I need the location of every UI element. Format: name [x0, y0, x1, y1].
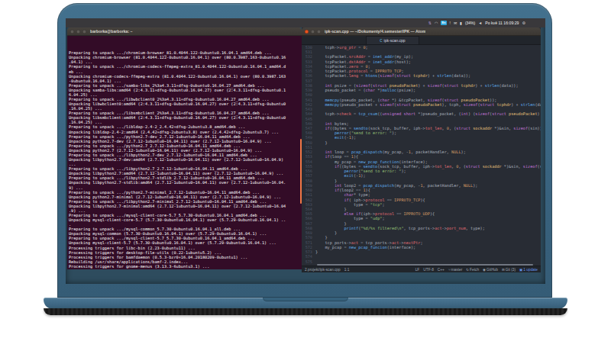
code-text: tcpPacket.leng = htons(sizeof(struct tcp…	[315, 73, 470, 78]
atom-titlebar[interactable]: ipk-scan.cpp — ~/Dokumenty/4.semester/IP…	[302, 27, 541, 36]
github-fetch-button-label: Fetch	[470, 268, 479, 272]
update-available-badge[interactable]: ▣1 update	[519, 268, 538, 272]
battery-label[interactable]: (34%)	[465, 21, 475, 25]
system-tray: ⇅◠En!✉▮(34%)◄Po kvě 11 16:09:29⚙	[428, 21, 525, 25]
github-button[interactable]: ◉GitHub	[483, 268, 498, 272]
github-button-label: GitHub	[487, 268, 498, 272]
code-text: my_pcap = new_pcap_funcion(interface);	[315, 245, 415, 250]
code-text: }	[315, 140, 328, 145]
terminal-output-line: Unpacking chromium-browser (81.0.4044.12…	[69, 55, 302, 60]
file-path-indicator[interactable]: 2.projekt/ipk-scan.cpp	[305, 268, 341, 272]
line-ending-indicator-label: LF	[415, 268, 420, 272]
cursor-position-indicator[interactable]: 1:1	[344, 268, 350, 272]
terminal-output-line: Preparing to unpack .../chromium-codecs-…	[69, 64, 302, 69]
minimize-icon[interactable]	[311, 30, 315, 34]
network-updown-icon[interactable]: ⇅	[428, 21, 432, 25]
minimize-icon[interactable]	[76, 30, 80, 34]
laptop-bottom-edge	[44, 308, 567, 315]
line-number: 575	[302, 259, 315, 264]
terminal-window: barborka@barborka: ~ Preparing to unpack…	[67, 27, 302, 270]
keyboard-layout-icon[interactable]: En	[441, 21, 446, 25]
terminal-output-line: Unpacking libpython2.7-dev:amd64 (2.7.12…	[69, 157, 302, 162]
laptop-mockup-scene: ⇅◠En!✉▮(34%)◄Po kvě 11 16:09:29⚙ barbork…	[0, 0, 611, 364]
mail-icon[interactable]: ✉	[454, 21, 457, 25]
terminal-output-line: Unpacking samba-libs:amd64 (2:4.3.11+dfs…	[69, 88, 302, 92]
laptop-thumb-notch	[263, 298, 348, 301]
atom-editor-window: ipk-scan.cpp — ~/Dokumenty/4.semester/IP…	[302, 27, 541, 272]
terminal-output-line: Unpacking python2.7-minimal (2.7.12-1ubu…	[69, 195, 302, 199]
terminal-output-line: Unpacking mysql-client-core-5.7 (5.7.30-…	[69, 217, 302, 222]
git-changes-indicator-icon: ⊞	[502, 268, 505, 272]
git-changes-indicator-label: Git (3)	[506, 268, 516, 272]
encoding-indicator-label: UTF-8	[423, 268, 434, 272]
terminal-output-line: Unpacking mysql-client-5.7 (5.7.30-0ubun…	[69, 240, 302, 245]
update-available-badge-label: 1 update	[523, 268, 538, 272]
terminal-title: barborka@barborka: ~	[90, 29, 133, 34]
terminal-output-line: Unpacking python2.7-dev (2.7.12-1ubuntu0…	[69, 139, 302, 143]
atom-title: ipk-scan.cpp — ~/Dokumenty/4.semester/IP…	[325, 29, 425, 34]
tab-label: ipk-scan.cpp	[384, 38, 406, 43]
cpp-file-icon: C	[380, 39, 382, 43]
maximize-icon[interactable]	[317, 30, 321, 34]
git-branch-indicator-icon: ⑂	[448, 268, 451, 272]
line-ending-indicator[interactable]: LF	[415, 268, 420, 272]
battery-icon[interactable]: ▮	[460, 21, 462, 25]
laptop-base	[44, 298, 567, 309]
code-line[interactable]: 544 tcph->check = tcp_csum((unsigned sho…	[302, 111, 541, 116]
code-text: printf("%d/%s filtered\n", tcp_ports->ac…	[315, 226, 485, 230]
terminal-output-line: Unpacking libwbclient0:amd64 (2:4.3.11+d…	[69, 101, 302, 106]
code-editor[interactable]: 530 tcph->urg_ptr = 0;531532 tcpPacket.s…	[302, 45, 541, 264]
wifi-icon[interactable]: ◠	[435, 21, 438, 25]
horizontal-scrollbar[interactable]	[317, 264, 533, 266]
code-text: tcph->urg_ptr = 0;	[315, 45, 368, 50]
terminal-output-line: Processing triggers for mime-support (3.…	[69, 269, 302, 269]
git-branch-indicator[interactable]: ⑂master	[448, 268, 462, 272]
grammar-indicator[interactable]: C++	[438, 268, 445, 272]
close-icon[interactable]	[70, 30, 74, 34]
volume-icon[interactable]: ◄	[478, 21, 482, 25]
ubuntu-top-panel: ⇅◠En!✉▮(34%)◄Po kvě 11 16:09:29⚙	[66, 18, 545, 27]
git-changes-indicator[interactable]: ⊞Git (3)	[502, 268, 516, 272]
code-line[interactable]: 542 memcpy(pseudo_packet + sizeof(struct…	[302, 102, 541, 107]
terminal-output-line: Unpacking libpython2.7-minimal:amd64 (2.…	[69, 204, 302, 208]
atom-status-bar: 2.projekt/ipk-scan.cpp 1:1 LFUTF-8C++⑂ma…	[302, 266, 541, 272]
atom-tab-bar: C ipk-scan.cpp	[302, 36, 541, 45]
github-fetch-button[interactable]: ↻Fetch	[466, 268, 479, 272]
terminal-output-line: Unpacking libsmbclient:amd64 (2:4.3.11+d…	[69, 115, 302, 120]
terminal-titlebar[interactable]: barborka@barborka: ~	[67, 27, 302, 36]
terminal-output-line: Unpacking libpython2.7-stdlib:amd64 (2.7…	[69, 180, 302, 185]
tab-ipk-scan-cpp[interactable]: C ipk-scan.cpp	[366, 36, 419, 44]
code-line[interactable]: 575	[302, 259, 541, 264]
terminal-output[interactable]: Preparing to unpack .../chromium-browser…	[67, 36, 302, 269]
ubuntu-desktop: ⇅◠En!✉▮(34%)◄Po kvě 11 16:09:29⚙ barbork…	[66, 18, 545, 284]
github-fetch-button-icon: ↻	[466, 268, 469, 272]
code-text: pseudo_packet = (char *)malloc(psize);	[315, 88, 415, 92]
notification-icon[interactable]: !	[450, 21, 451, 25]
close-icon[interactable]	[305, 30, 309, 34]
git-branch-indicator-label: master	[451, 268, 463, 272]
code-text: tcph->check = tcp_csum((unsigned short *…	[315, 111, 541, 116]
update-available-badge-icon: ▣	[519, 268, 522, 272]
grammar-indicator-label: C++	[438, 268, 445, 272]
session-gear-icon[interactable]: ⚙	[522, 21, 525, 25]
clock[interactable]: Po kvě 11 16:09:29	[485, 21, 519, 25]
terminal-output-line: Unpacking chromium-codecs-ffmpeg-extra (…	[69, 74, 302, 79]
github-button-icon: ◉	[483, 268, 486, 272]
terminal-output-line: Unpacking libldap-2.4-2:amd64 (2.4.42+df…	[69, 130, 302, 134]
code-text: }	[315, 250, 318, 254]
encoding-indicator[interactable]: UTF-8	[423, 268, 434, 272]
code-text: memcpy(pseudo_packet + sizeof(struct pse…	[315, 102, 541, 107]
maximize-icon[interactable]	[82, 30, 86, 34]
